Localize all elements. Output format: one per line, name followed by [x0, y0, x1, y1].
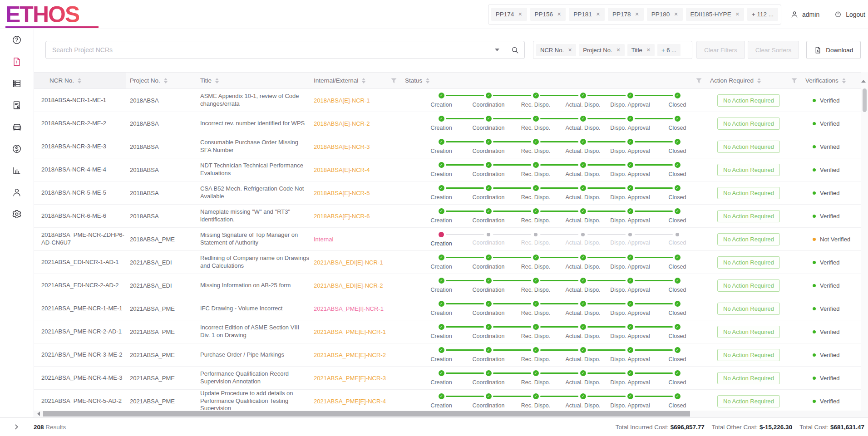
- sidebar-item-ncrs[interactable]: [0, 51, 34, 73]
- internal-external-link[interactable]: 2021ABSA_PME[E]-NCR-4: [314, 398, 386, 405]
- table-row[interactable]: 2018ABSA-NCR-4-ME-4 2018ABSA NDT Technic…: [34, 158, 861, 181]
- table-row[interactable]: 2021ABSA_PME-NCR-2-AD-1 2021ABSA_PME Inc…: [34, 320, 861, 343]
- chip-close-icon[interactable]: ✕: [596, 11, 600, 17]
- internal-external-link[interactable]: 2021ABSA_EDI[E]-NCR-2: [314, 282, 383, 289]
- chip-close-icon[interactable]: ✕: [616, 47, 621, 53]
- sort-icon[interactable]: [426, 78, 429, 83]
- column-header-verifications[interactable]: Verifications: [802, 73, 861, 88]
- table-row[interactable]: 2021ABSA_PME-NCR-3-ME-2 2021ABSA_PME Pur…: [34, 343, 861, 367]
- sidebar-item-vehicles[interactable]: [0, 116, 34, 138]
- sidebar-item-help[interactable]: [0, 29, 34, 51]
- scroll-left-arrow-icon[interactable]: [37, 412, 40, 416]
- chip-close-icon[interactable]: ✕: [518, 11, 522, 17]
- column-header-internal-external[interactable]: Internal/External: [310, 73, 401, 88]
- internal-external-link[interactable]: 2021ABSA_PME[E]-NCR-1: [314, 328, 386, 335]
- ncr-no-cell: 2021ABSA_PME-NCR-3-ME-2: [34, 343, 126, 366]
- clear-sorters-button[interactable]: Clear Sorters: [748, 41, 799, 59]
- project-chip[interactable]: PP178✕: [608, 8, 644, 21]
- status-step: Closed: [654, 116, 701, 131]
- search-dropdown-caret-icon[interactable]: [495, 49, 499, 51]
- internal-external-link[interactable]: 2018ABSA[E]-NCR-5: [314, 190, 370, 196]
- project-chip[interactable]: PP156✕: [530, 8, 566, 21]
- sidebar-item-users[interactable]: [0, 181, 34, 203]
- filter-funnel-icon[interactable]: [696, 78, 702, 83]
- ethos-logo[interactable]: ETHOS: [5, 3, 79, 26]
- chip-close-icon[interactable]: ✕: [635, 11, 639, 17]
- filter-chip[interactable]: Title✕: [627, 44, 655, 56]
- more-projects-chip[interactable]: + 112 ...: [747, 8, 778, 21]
- scroll-up-arrow-icon[interactable]: [861, 72, 866, 83]
- logout-button[interactable]: Logout: [834, 10, 865, 19]
- column-header-status[interactable]: Status: [401, 73, 706, 88]
- internal-external-link[interactable]: 2021ABSA_PME[I]-NCR-1: [314, 305, 384, 312]
- table-row[interactable]: 2018ABSA-NCR-3-ME-3 2018ABSA Consumable …: [34, 135, 861, 158]
- user-menu[interactable]: admin: [790, 10, 819, 19]
- sidebar-item-settings[interactable]: [0, 203, 34, 225]
- verification-label: Verified: [820, 328, 839, 335]
- internal-external-link[interactable]: 2021ABSA_PME[E]-NCR-3: [314, 375, 386, 382]
- column-header-action-required[interactable]: Action Required: [706, 73, 802, 88]
- clear-filters-button[interactable]: Clear Filters: [696, 41, 745, 59]
- internal-external-link[interactable]: Internal: [314, 236, 333, 243]
- sidebar-item-costs[interactable]: [0, 138, 34, 160]
- status-step-label: Closed: [669, 102, 686, 108]
- horizontal-scroll-thumb[interactable]: [43, 411, 690, 416]
- sort-icon[interactable]: [757, 78, 761, 83]
- sort-icon[interactable]: [164, 78, 168, 83]
- filter-chip[interactable]: Project No.✕: [579, 44, 625, 56]
- sidebar-item-inventory[interactable]: [0, 73, 34, 94]
- column-header-project-no[interactable]: Project No.: [126, 73, 197, 88]
- vertical-scrollbar[interactable]: [861, 72, 868, 411]
- sidebar-item-reports[interactable]: [0, 160, 34, 181]
- chip-close-icon[interactable]: ✕: [557, 11, 561, 17]
- table-row[interactable]: 2021ABSA_EDI-NCR-1-AD-1 2021ABSA_EDI Red…: [34, 251, 861, 274]
- internal-external-link[interactable]: 2018ABSA[E]-NCR-6: [314, 213, 370, 220]
- table-row[interactable]: 2018ABSA_PME-NCR-ZDHP6-AD-CN6U7 2018ABSA…: [34, 228, 861, 251]
- internal-external-link[interactable]: 2018ABSA[E]-NCR-1: [314, 97, 370, 104]
- status-stepper: CreationCoordinationRec. Dispo.Actual. D…: [418, 370, 701, 386]
- sort-icon[interactable]: [78, 78, 81, 83]
- internal-external-link[interactable]: 2021ABSA_PME[E]-NCR-2: [314, 352, 386, 358]
- table-row[interactable]: 2018ABSA-NCR-2-ME-2 2018ABSA Incorrect r…: [34, 112, 861, 135]
- vertical-scroll-thumb[interactable]: [863, 88, 867, 112]
- sidebar-expand-toggle[interactable]: [13, 423, 20, 431]
- ncr-no-cell: 2021ABSA_EDI-NCR-1-AD-1: [34, 251, 126, 274]
- chip-close-icon[interactable]: ✕: [674, 11, 678, 17]
- search-input[interactable]: [46, 46, 489, 54]
- sort-icon[interactable]: [842, 78, 846, 83]
- internal-external-link[interactable]: 2021ABSA_EDI[E]-NCR-1: [314, 259, 383, 266]
- horizontal-scrollbar[interactable]: [34, 411, 868, 417]
- project-chip[interactable]: PP181✕: [569, 8, 605, 21]
- more-filters-chip[interactable]: + 6 ...: [657, 44, 681, 56]
- project-chip[interactable]: EDII185-HYPE✕: [686, 8, 744, 21]
- table-row[interactable]: 2021ABSA_PME-NCR-5-AD-2 2021ABSA_PME Upd…: [34, 390, 861, 410]
- table-row[interactable]: 2018ABSA-NCR-6-ME-6 2018ABSA Nameplate m…: [34, 205, 861, 228]
- download-button[interactable]: Download: [806, 41, 861, 59]
- sidebar-item-contracts[interactable]: [0, 94, 34, 116]
- internal-external-link[interactable]: 2018ABSA[E]-NCR-4: [314, 167, 370, 173]
- status-step-dot: [486, 278, 492, 284]
- verification-label: Verified: [820, 398, 839, 405]
- chip-close-icon[interactable]: ✕: [568, 47, 572, 53]
- table-row[interactable]: 2021ABSA_EDI-NCR-2-AD-2 2021ABSA_EDI Mis…: [34, 274, 861, 297]
- cost-total-item: Total Cost:$681,631.47: [799, 424, 864, 431]
- project-chip[interactable]: PP180✕: [647, 8, 683, 21]
- internal-external-link[interactable]: 2018ABSA[E]-NCR-2: [314, 120, 370, 127]
- chip-close-icon[interactable]: ✕: [735, 11, 740, 17]
- verification-label: Verified: [820, 167, 839, 173]
- table-row[interactable]: 2018ABSA-NCR-5-ME-5 2018ABSA CSA B52 Mec…: [34, 181, 861, 205]
- filter-funnel-icon[interactable]: [391, 78, 397, 83]
- table-row[interactable]: 2021ABSA_PME-NCR-4-ME-3 2021ABSA_PME Per…: [34, 367, 861, 390]
- chip-close-icon[interactable]: ✕: [646, 47, 651, 53]
- search-button[interactable]: [505, 46, 524, 54]
- internal-external-link[interactable]: 2018ABSA[E]-NCR-3: [314, 143, 370, 150]
- table-row[interactable]: 2018ABSA-NCR-1-ME-1 2018ABSA ASME Append…: [34, 89, 861, 112]
- filter-funnel-icon[interactable]: [791, 78, 797, 83]
- filter-chip[interactable]: NCR No.✕: [536, 44, 576, 56]
- column-header-title[interactable]: Title: [197, 73, 310, 88]
- sort-icon[interactable]: [362, 78, 365, 83]
- column-header-ncr-no[interactable]: NCR No.: [34, 73, 126, 88]
- project-chip[interactable]: PP174✕: [491, 8, 527, 21]
- sort-icon[interactable]: [215, 78, 219, 83]
- table-row[interactable]: 2021ABSA_PME-NCR-1-ME-1 2021ABSA_PME IFC…: [34, 297, 861, 320]
